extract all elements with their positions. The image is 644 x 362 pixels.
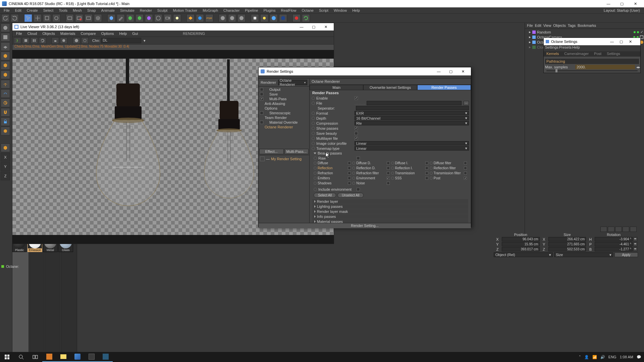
cube-y-icon[interactable] [1,143,10,152]
rs-close[interactable]: ✕ [457,69,469,74]
co-tab-5[interactable] [630,227,637,232]
co-tab-3[interactable] [615,227,622,232]
tree-matoverride[interactable]: Material Override [259,120,309,125]
om-bookmarks[interactable]: Bookmarks [578,23,596,28]
menu-edit[interactable]: Edit [13,8,24,13]
select-tool-icon[interactable] [24,14,32,22]
taskview-icon[interactable] [28,352,42,362]
pass-diffuse-d[interactable] [387,162,390,165]
mograph-icon[interactable] [186,14,195,22]
lv-stop-icon[interactable] [22,37,30,44]
octset-titlebar[interactable]: Octane Settings — ▢ ✕ [544,38,640,45]
select-all-btn[interactable]: Select All [314,193,336,198]
tonemap-select[interactable]: Linear▾ [355,146,469,150]
redo-icon[interactable] [11,14,19,22]
octset-min[interactable]: — [610,40,620,44]
pen-icon[interactable] [117,14,125,22]
info-passes-group[interactable]: Info passes [312,214,468,219]
lv-clay-icon[interactable] [73,37,80,44]
task-app-1[interactable] [42,352,56,362]
rot-h[interactable]: -3.904 ° [595,237,633,241]
tray-wifi-icon[interactable]: 📶 [592,355,597,359]
undo-icon[interactable] [1,14,9,22]
lv-menu-file[interactable]: File [14,31,24,36]
octset-tab-kernels[interactable]: Kernels [544,51,561,57]
lv-menu-compare[interactable]: Compare [78,31,98,36]
nurbs-icon[interactable] [126,14,134,22]
max-samples-slider[interactable] [546,70,638,71]
pass-post[interactable]: ✓ [464,177,467,180]
material-passes-group[interactable]: Material passes [312,219,468,223]
depth-select[interactable]: 16 Bit/Channel▾ [355,116,469,120]
tree-output[interactable]: Output [259,87,309,92]
menu-snap[interactable]: Snap [85,8,98,13]
sphere-1-icon[interactable] [219,14,227,22]
generator-icon[interactable] [136,14,144,22]
tree-stereo[interactable]: Stereoscopic [259,111,309,115]
record-icon[interactable] [292,14,301,22]
menu-mograph[interactable]: MoGraph [200,8,220,13]
lv-menu-options[interactable]: Options [99,31,116,36]
rs-tab-main[interactable]: Main [310,85,363,90]
multilayer-checkbox[interactable]: ✓ [355,137,358,140]
z-icon[interactable]: Z [1,172,10,180]
size-z[interactable]: 502.533 cm [548,247,586,251]
lv-region-icon[interactable] [60,37,67,44]
cam-nav-icon[interactable] [1,127,10,135]
y-icon[interactable]: Y [1,162,10,171]
raw-checkbox[interactable] [357,157,360,160]
render-region-icon[interactable] [75,14,83,22]
pos-x[interactable]: 96.043 cm [502,237,540,241]
refresh-icon[interactable] [302,14,310,22]
preset-toggle-icon[interactable] [260,157,265,161]
lv-menu-gui[interactable]: Gui [130,31,140,36]
menu-pipeline[interactable]: Pipeline [243,8,260,13]
light-icon[interactable] [173,14,181,22]
menu-tools[interactable]: Tools [56,8,70,13]
edge-mode-icon[interactable] [1,61,10,70]
menu-select[interactable]: Select [41,8,56,13]
menu-plugins[interactable]: Plugins [261,8,278,13]
pass-reflection[interactable] [348,167,351,170]
co-tab-1[interactable] [600,227,607,232]
tree-team[interactable]: Team Render [259,115,309,120]
sphere-3-icon[interactable] [237,14,246,22]
sun-icon[interactable] [260,14,268,22]
menu-render[interactable]: Render [138,8,154,13]
environment-icon[interactable] [154,14,162,22]
realflow-icon[interactable] [196,14,204,22]
lighting-passes-group[interactable]: Lighting passes [312,204,468,209]
size-x[interactable]: 266.422 cm [548,237,586,241]
format-select[interactable]: EXR▾ [355,111,469,115]
lv-min-btn[interactable]: — [296,25,308,29]
file-input[interactable] [367,101,462,105]
menu-octane[interactable]: Octane [299,8,316,13]
pass-sss[interactable] [425,177,428,180]
pass-reflection-i[interactable] [425,167,428,170]
om-view[interactable]: View [543,23,551,28]
psr-icon[interactable]: PSR [205,14,213,22]
rs-preset-row[interactable]: — My Render Setting [259,155,309,163]
tray-lang[interactable]: ENG [608,355,616,359]
rs-tab-passes[interactable]: Render Passes [417,85,471,90]
effect-btn[interactable]: Effect... [259,149,284,154]
pass-diffuse-filter[interactable] [464,162,467,165]
beauty-passes-group[interactable]: Beauty passes [312,151,469,156]
tray-people-icon[interactable]: 👤 [584,355,589,359]
scale-tool-icon[interactable] [43,14,51,22]
render-icon[interactable] [66,14,74,22]
channel-select[interactable]: DL [101,38,141,43]
sphere-blue-icon[interactable] [270,14,278,22]
render-layer-group[interactable]: Render layer [312,199,468,204]
pass-reflection-d[interactable] [387,167,390,170]
om-edit[interactable]: Edit [535,23,541,28]
octset-mode[interactable]: Pathtracing [545,59,639,64]
compression-select[interactable]: Rle▾ [355,121,469,125]
start-button[interactable] [0,352,14,362]
lv-menu-materials[interactable]: Materials [58,31,78,36]
lv-focus-icon[interactable] [81,37,89,44]
task-app-5[interactable] [99,352,113,362]
snap-icon[interactable] [1,89,10,98]
co-tab-2[interactable] [608,227,614,232]
menu-mesh[interactable]: Mesh [70,8,84,13]
